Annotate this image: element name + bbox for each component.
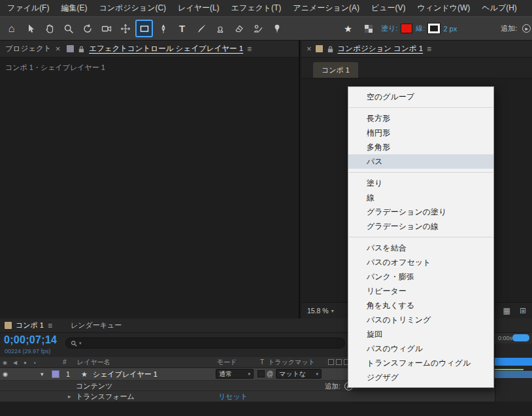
layer-visibility-eye-icon[interactable]: ◉ bbox=[3, 371, 8, 377]
chevron-down-icon: ▾ bbox=[331, 308, 334, 314]
stroke-color-swatch[interactable] bbox=[428, 24, 440, 33]
lock-icon bbox=[78, 45, 85, 53]
menu-item-gradient-stroke[interactable]: グラデーションの線 bbox=[348, 219, 493, 234]
chevron-down-icon: ▾ bbox=[79, 341, 82, 346]
region-of-interest-icon[interactable]: ⊞ bbox=[520, 306, 526, 315]
menubar-item-file[interactable]: ファイル(F) bbox=[1, 0, 55, 16]
menu-item-stroke[interactable]: 線 bbox=[348, 190, 493, 205]
transform-property-row[interactable]: ▸ トランスフォーム リセット bbox=[0, 391, 532, 402]
chevron-down-icon: ▾ bbox=[248, 372, 250, 377]
zoom-tool-button[interactable] bbox=[59, 20, 77, 37]
tab-composition[interactable]: コンポジション コンポ 1 bbox=[338, 44, 423, 54]
menu-item-path[interactable]: パス bbox=[348, 154, 493, 169]
switches-toggle-icon[interactable] bbox=[328, 359, 334, 365]
work-area-bar[interactable] bbox=[495, 358, 532, 366]
current-timecode[interactable]: 0;00;07;14 bbox=[4, 334, 57, 346]
contents-label[interactable]: コンテンツ bbox=[76, 381, 112, 391]
toolbar-shape-options: ★ 塗り: 線: 2 px 追加: ▶ bbox=[339, 17, 531, 40]
modes-toggle-icon[interactable] bbox=[336, 359, 342, 365]
stroke-label[interactable]: 線: bbox=[416, 24, 425, 33]
fill-label[interactable]: 塗り: bbox=[381, 24, 397, 33]
menu-item-merge-paths[interactable]: パスを結合 bbox=[348, 241, 493, 255]
menu-item-rectangle[interactable]: 長方形 bbox=[348, 111, 493, 126]
panel-menu-icon[interactable]: ≡ bbox=[48, 321, 52, 330]
panel-menu-icon[interactable]: ≡ bbox=[247, 44, 252, 54]
menu-item-wiggle-transform[interactable]: トランスフォームのウィグル bbox=[348, 356, 493, 370]
menu-item-offset-paths[interactable]: パスのオフセット bbox=[348, 255, 493, 269]
create-mask-toggle-button[interactable] bbox=[359, 20, 377, 37]
cached-frames-indicator bbox=[495, 369, 524, 370]
layer-number: 1 bbox=[66, 368, 70, 380]
menu-item-repeater[interactable]: リピーター bbox=[348, 284, 493, 298]
menu-item-round-corners[interactable]: 角を丸くする bbox=[348, 298, 493, 313]
time-navigator-handle[interactable] bbox=[512, 334, 529, 341]
menu-item-ellipse[interactable]: 楕円形 bbox=[348, 126, 493, 140]
puppet-pin-tool-button[interactable] bbox=[268, 20, 286, 37]
grid-options-icon[interactable]: ▦ bbox=[503, 306, 510, 315]
preserve-transparency-checkbox[interactable] bbox=[258, 370, 265, 377]
pan-behind-tool-button[interactable] bbox=[116, 20, 134, 37]
menubar-item-effect[interactable]: エフェクト(T) bbox=[225, 0, 288, 16]
panel-menu-icon[interactable]: ≡ bbox=[427, 44, 431, 54]
transform-reset-link[interactable]: リセット bbox=[218, 391, 248, 402]
panel-icon bbox=[316, 45, 323, 52]
rectangle-tool-button[interactable] bbox=[135, 20, 153, 37]
menu-item-twist[interactable]: 旋回 bbox=[348, 327, 493, 341]
camera-icon bbox=[101, 24, 112, 34]
selection-arrow-icon bbox=[25, 24, 36, 34]
hand-tool-button[interactable] bbox=[41, 20, 58, 37]
menubar-item-edit[interactable]: 編集(E) bbox=[55, 0, 93, 16]
pen-tool-button[interactable] bbox=[154, 20, 172, 37]
timeline-search-input[interactable]: ▾ bbox=[65, 338, 345, 349]
menu-item-pucker-bloat[interactable]: パンク・膨張 bbox=[348, 269, 493, 284]
brush-tool-button[interactable] bbox=[192, 20, 210, 37]
shape-add-menu: 空のグループ 長方形 楕円形 多角形 パス 塗り 線 グラデーションの塗り グラ… bbox=[348, 86, 494, 388]
layer-twirl-open-icon[interactable]: ▾ bbox=[41, 368, 44, 380]
menu-item-fill[interactable]: 塗り bbox=[348, 176, 493, 190]
selection-tool-button[interactable] bbox=[22, 20, 39, 37]
tab-effect-controls[interactable]: エフェクトコントロール シェイプレイヤー 1 bbox=[89, 44, 243, 54]
clone-stamp-tool-button[interactable] bbox=[211, 20, 229, 37]
create-shape-toggle-button[interactable]: ★ bbox=[339, 20, 357, 37]
add-label[interactable]: 追加: bbox=[501, 24, 517, 33]
menubar-item-composition[interactable]: コンポジション(C) bbox=[93, 0, 172, 16]
layer-label-color-chip[interactable] bbox=[52, 370, 59, 378]
comp-1-tab[interactable]: コンポ 1 bbox=[313, 62, 358, 78]
contents-add-label[interactable]: 追加: bbox=[325, 381, 341, 391]
eraser-tool-button[interactable] bbox=[230, 20, 248, 37]
camera-tool-button[interactable] bbox=[97, 20, 115, 37]
transform-label[interactable]: トランスフォーム bbox=[76, 391, 135, 402]
menu-item-empty-group[interactable]: 空のグループ bbox=[348, 90, 493, 104]
orbit-camera-tool-button[interactable] bbox=[78, 20, 96, 37]
menu-separator bbox=[349, 107, 493, 108]
blend-mode-dropdown[interactable]: 通常 ▾ bbox=[216, 369, 254, 379]
menubar-item-animation[interactable]: アニメーション(A) bbox=[287, 0, 365, 16]
menu-item-wiggle-paths[interactable]: パスのウィグル bbox=[348, 341, 493, 356]
menu-item-polygon[interactable]: 多角形 bbox=[348, 140, 493, 154]
add-options-icon[interactable]: ▶ bbox=[522, 24, 531, 33]
layer-name[interactable]: シェイプレイヤー 1 bbox=[93, 368, 158, 380]
puppet-pin-icon bbox=[272, 24, 282, 34]
menubar-item-view[interactable]: ビュー(V) bbox=[365, 0, 412, 16]
zoom-level-value[interactable]: 15.8 % bbox=[307, 307, 329, 315]
transform-twirl-closed-icon[interactable]: ▸ bbox=[68, 391, 71, 402]
menu-item-gradient-fill[interactable]: グラデーションの塗り bbox=[348, 205, 493, 219]
menubar-item-help[interactable]: ヘルプ(H) bbox=[476, 0, 523, 16]
roto-brush-tool-button[interactable] bbox=[249, 20, 267, 37]
close-icon[interactable]: × bbox=[56, 44, 61, 54]
menu-item-zigzag[interactable]: ジグザグ bbox=[348, 370, 493, 385]
menubar-item-window[interactable]: ウィンドウ(W) bbox=[412, 0, 476, 16]
tab-project[interactable]: プロジェクト bbox=[5, 44, 52, 54]
type-tool-button[interactable]: T bbox=[173, 20, 191, 37]
close-icon[interactable]: × bbox=[307, 44, 312, 54]
track-matte-dropdown[interactable]: マットな ▾ bbox=[276, 369, 322, 379]
layer-duration-bar[interactable] bbox=[495, 371, 532, 378]
tab-timeline-comp[interactable]: コンポ 1 bbox=[16, 321, 44, 330]
fill-color-swatch[interactable] bbox=[401, 24, 412, 33]
menubar-item-layer[interactable]: レイヤー(L) bbox=[172, 0, 225, 16]
menu-item-trim-paths[interactable]: パスのトリミング bbox=[348, 313, 493, 327]
track-matte-at-icon[interactable]: @ bbox=[267, 368, 273, 380]
stroke-width-value[interactable]: 2 px bbox=[443, 25, 457, 33]
home-button[interactable]: ⌂ bbox=[3, 20, 20, 37]
tab-render-queue[interactable]: レンダーキュー bbox=[71, 321, 122, 330]
